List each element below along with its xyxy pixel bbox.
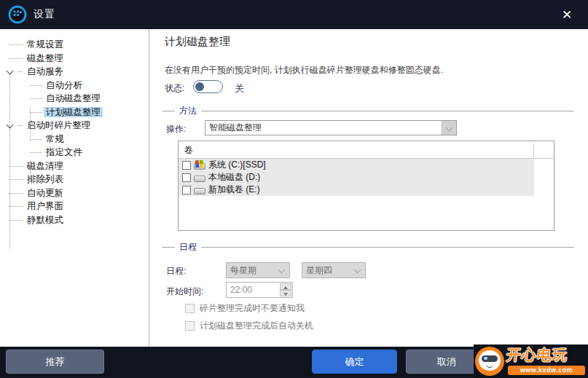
spinner-up-icon[interactable] bbox=[280, 283, 291, 290]
sidebar-item-disk-cleanup[interactable]: 磁盘清理 bbox=[0, 160, 149, 173]
watermark-title: 开心电玩 bbox=[506, 345, 569, 365]
method-group-label: 方法 bbox=[175, 105, 201, 117]
system-drive-icon bbox=[194, 161, 205, 170]
shutdown-checkbox[interactable] bbox=[185, 321, 195, 331]
drive-icon bbox=[194, 173, 205, 182]
volume-column-header[interactable]: 卷 bbox=[179, 141, 554, 159]
ok-button[interactable]: 确定 bbox=[312, 350, 397, 374]
watermark-url: www.kxdw.com bbox=[508, 366, 585, 375]
settings-sidebar: 常规设置 磁盘整理 自动服务 自动分析 自动磁盘整理 计划磁盘整理 启动时碎片整… bbox=[0, 29, 149, 347]
sidebar-item-scheduled-defrag[interactable]: 计划磁盘整理 bbox=[0, 106, 149, 119]
sidebar-item-user-interface[interactable]: 用户界面 bbox=[0, 200, 149, 213]
weekday-dropdown-value: 星期四 bbox=[306, 264, 332, 277]
sidebar-item-auto-analysis[interactable]: 自动分析 bbox=[0, 79, 149, 92]
app-logo-icon bbox=[8, 5, 27, 24]
sidebar-item-auto-update[interactable]: 自动更新 bbox=[0, 186, 149, 200]
sidebar-item-boot-general[interactable]: 常规 bbox=[0, 133, 149, 146]
schedule-group-label: 日程 bbox=[175, 241, 201, 253]
settings-window: 设置 ✕ 常规设置 磁盘整理 自动服务 自动分析 自动磁盘整理 计划磁盘整理 启… bbox=[0, 0, 588, 378]
mascot-icon bbox=[475, 347, 504, 376]
volume-row[interactable]: 系统 (C:)[SSD] bbox=[179, 159, 534, 171]
sidebar-item-specified-files[interactable]: 指定文件 bbox=[0, 146, 149, 160]
shutdown-checkbox-label: 计划磁盘整理完成后自动关机 bbox=[200, 320, 313, 332]
chevron-down-icon[interactable] bbox=[7, 122, 14, 130]
toggle-knob bbox=[195, 82, 204, 91]
chevron-down-icon bbox=[350, 263, 365, 277]
status-label: 状态: bbox=[165, 82, 184, 95]
main-panel: 计划磁盘整理 在没有用户干预的预定时间, 计划执行磁盘碎片整理硬盘和修整固态硬盘… bbox=[150, 29, 588, 347]
schedule-group-separator: 日程 bbox=[162, 241, 574, 253]
schedule-label: 日程: bbox=[166, 265, 186, 277]
notify-checkbox-row[interactable]: 碎片整理完成时不要通知我 bbox=[185, 302, 305, 315]
sidebar-item-general-settings[interactable]: 常规设置 bbox=[0, 38, 149, 52]
shutdown-checkbox-row[interactable]: 计划磁盘整理完成后自动关机 bbox=[185, 320, 313, 332]
notify-checkbox[interactable] bbox=[185, 304, 195, 313]
chevron-down-icon[interactable] bbox=[442, 121, 456, 135]
frequency-dropdown-value: 每星期 bbox=[230, 264, 256, 277]
column-divider bbox=[533, 143, 534, 157]
start-time-label: 开始时间: bbox=[166, 286, 203, 298]
volume-label: 系统 (C:)[SSD] bbox=[208, 159, 266, 171]
window-title: 设置 bbox=[34, 8, 55, 21]
volume-label: 新加载卷 (E:) bbox=[208, 184, 260, 196]
volume-checkbox[interactable] bbox=[182, 161, 191, 170]
recommend-button[interactable]: 推荐 bbox=[6, 350, 104, 374]
settings-tree: 常规设置 磁盘整理 自动服务 自动分析 自动磁盘整理 计划磁盘整理 启动时碎片整… bbox=[0, 29, 149, 347]
operation-dropdown[interactable]: 智能磁盘整理 bbox=[205, 120, 457, 135]
sidebar-item-exclusion-list[interactable]: 排除列表 bbox=[0, 173, 149, 186]
sidebar-item-disk-defrag[interactable]: 磁盘整理 bbox=[0, 52, 149, 66]
drive-icon bbox=[194, 186, 205, 194]
volume-checkbox[interactable] bbox=[182, 173, 191, 182]
status-toggle[interactable] bbox=[193, 80, 223, 93]
start-time-value: 22:00 bbox=[230, 285, 252, 295]
status-value: 关 bbox=[235, 82, 244, 95]
operation-dropdown-value: 智能磁盘整理 bbox=[209, 122, 262, 134]
volume-row[interactable]: 新加载卷 (E:) bbox=[179, 184, 534, 196]
volume-list[interactable]: 卷 系统 (C:)[SSD] 本地磁盘 (D:) 新加载卷 (E:) bbox=[178, 141, 554, 231]
chevron-down-icon bbox=[275, 263, 289, 277]
page-description: 在没有用户干预的预定时间, 计划执行磁盘碎片整理硬盘和修整固态硬盘. bbox=[165, 64, 443, 76]
chevron-down-icon[interactable] bbox=[7, 68, 14, 76]
method-group-separator: 方法 bbox=[162, 105, 574, 117]
close-icon[interactable]: ✕ bbox=[552, 0, 582, 29]
sidebar-item-silent-mode[interactable]: 静默模式 bbox=[0, 213, 149, 227]
volume-label: 本地磁盘 (D:) bbox=[208, 171, 260, 184]
spinner-down-icon[interactable] bbox=[280, 290, 291, 296]
weekday-dropdown[interactable]: 星期四 bbox=[302, 262, 366, 278]
operation-label: 操作: bbox=[166, 123, 186, 135]
sidebar-item-auto-disk-defrag[interactable]: 自动磁盘整理 bbox=[0, 92, 149, 106]
volume-row[interactable]: 本地磁盘 (D:) bbox=[179, 171, 534, 184]
page-title: 计划磁盘整理 bbox=[165, 35, 230, 49]
kxdw-watermark: 开心电玩 www.kxdw.com bbox=[474, 344, 588, 378]
start-time-spinner[interactable]: 22:00 bbox=[226, 282, 293, 298]
sidebar-item-auto-service[interactable]: 自动服务 bbox=[0, 65, 149, 79]
notify-checkbox-label: 碎片整理完成时不要通知我 bbox=[200, 302, 305, 315]
frequency-dropdown[interactable]: 每星期 bbox=[226, 262, 290, 278]
volume-checkbox[interactable] bbox=[182, 186, 191, 194]
sidebar-item-boot-defrag[interactable]: 启动时碎片整理 bbox=[0, 119, 149, 133]
title-bar: 设置 ✕ bbox=[0, 0, 588, 29]
